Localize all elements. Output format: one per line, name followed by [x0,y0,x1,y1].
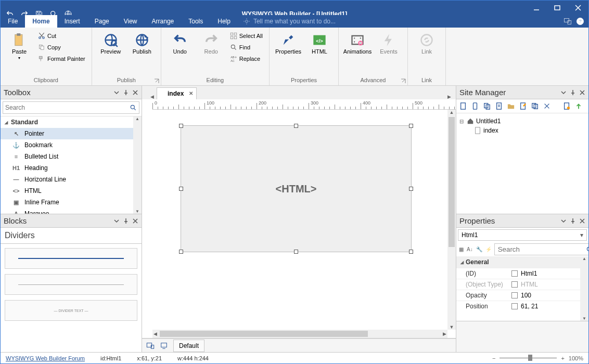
html-object[interactable]: <HTML> [181,125,412,252]
menu-tools[interactable]: Tools [181,15,210,28]
toolbox-item-heading[interactable]: H1Heading [1,162,142,174]
menu-help[interactable]: Help [210,15,238,28]
close-icon[interactable] [579,89,585,96]
tree-page-index[interactable]: index [474,126,585,135]
page-props-icon[interactable] [494,101,504,111]
prop-row-position[interactable]: Position61, 21 [456,301,588,311]
undo-button[interactable]: Undo [165,31,195,57]
maximize-button[interactable] [547,1,568,15]
props-events-icon[interactable]: ⚡ [485,244,492,255]
resize-handle-e[interactable] [409,187,413,191]
tab-prev-icon[interactable]: ◀ [148,94,156,99]
html-button[interactable]: </>HTML [305,31,334,57]
new-mobile-icon[interactable] [470,101,480,111]
events-button[interactable]: Events [374,31,403,57]
pin-icon[interactable] [123,89,129,96]
clone-page-icon[interactable] [482,101,492,111]
menu-view[interactable]: View [117,15,145,28]
new-page-icon[interactable] [458,101,468,111]
new-folder-icon[interactable] [506,101,516,111]
device-icon[interactable] [160,342,168,350]
dropdown-icon[interactable] [113,89,120,96]
toolbox-item-marquee[interactable]: AMarquee [1,208,142,214]
resize-handle-nw[interactable] [179,124,183,128]
publish-button[interactable]: Publish [127,31,157,57]
dropdown-icon[interactable] [560,89,567,96]
close-icon[interactable] [132,89,138,96]
menu-home[interactable]: Home [25,15,57,28]
toolbox-search-input[interactable] [5,104,130,111]
replace-button[interactable]: ABACReplace [228,54,265,64]
tab-close-icon[interactable]: ✕ [189,90,193,96]
prop-category-general[interactable]: General [456,256,588,268]
menu-page[interactable]: Page [87,15,117,28]
page-settings-icon[interactable] [562,101,571,111]
edit-page-icon[interactable] [518,101,528,111]
properties-button[interactable]: Properties [274,31,303,57]
resize-handle-se[interactable] [409,250,413,254]
toolbox-scrollbar[interactable]: ▲▼ [133,116,142,214]
zoom-slider[interactable] [500,357,557,359]
display-settings-icon[interactable] [564,17,572,25]
resize-handle-sw[interactable] [179,250,183,254]
divider-block-2[interactable] [5,274,137,295]
dropdown-icon[interactable] [113,218,120,224]
menu-insert[interactable]: Insert [57,15,87,28]
resize-handle-n[interactable] [294,124,298,128]
minimize-button[interactable] [526,1,547,15]
resize-handle-w[interactable] [179,187,183,191]
dropdown-icon[interactable] [560,218,567,224]
pin-icon[interactable] [570,89,576,96]
cut-button[interactable]: Cut [36,31,87,41]
pin-icon[interactable] [123,218,129,224]
properties-scrollbar[interactable]: ▲▼ [580,256,588,321]
toolbox-group-standard[interactable]: Standard [1,116,142,128]
help-icon[interactable]: ? [576,17,584,25]
copy-page-icon[interactable] [530,101,540,111]
props-tool-icon[interactable]: 🔧 [476,244,483,255]
pin-icon[interactable] [570,218,576,224]
tree-root[interactable]: ⊟Untitled1 [459,116,585,126]
properties-object-selector[interactable]: Html1 [458,229,587,241]
menu-arrange[interactable]: Arrange [145,15,182,28]
paste-button[interactable]: Paste▾ [5,31,34,62]
horizontal-scrollbar[interactable]: ◀▶ [152,330,447,338]
resize-handle-s[interactable] [294,250,298,254]
page-canvas[interactable]: <HTML> [152,110,447,330]
redo-button[interactable]: Redo [197,31,226,57]
tab-next-icon[interactable]: ▶ [445,94,453,99]
dialog-launcher-icon[interactable] [153,78,160,84]
properties-search-input[interactable] [498,245,586,253]
alphabetical-icon[interactable]: A↓ [466,244,473,255]
responsive-icon[interactable] [146,342,155,350]
close-icon[interactable] [132,218,138,224]
upload-icon[interactable] [574,101,583,111]
delete-page-icon[interactable] [542,101,552,111]
toolbox-item-bookmark[interactable]: ⚓Bookmark [1,139,142,151]
toolbox-item-bulleted-list[interactable]: ≡Bulleted List [1,151,142,162]
toolbox-item-inline-frame[interactable]: ▣Inline Frame [1,197,142,208]
toolbox-search[interactable] [3,101,139,114]
toolbox-item-horizontal-line[interactable]: —Horizontal Line [1,174,142,185]
menu-file[interactable]: File [1,15,25,28]
preview-button[interactable]: Preview [96,31,125,57]
categorized-icon[interactable]: ▦ [458,244,464,255]
divider-block-3[interactable]: — DIVIDER TEXT — [5,300,137,321]
prop-row-id[interactable]: (ID)Html1 [456,268,588,279]
zoom-out-icon[interactable]: − [492,355,495,361]
format-painter-button[interactable]: Format Painter [36,54,87,64]
link-button[interactable]: Link [412,31,441,57]
tab-index[interactable]: index✕ [157,87,197,99]
zoom-in-icon[interactable]: + [561,355,564,361]
resize-handle-ne[interactable] [409,124,413,128]
copy-button[interactable]: Copy [36,42,87,53]
breakpoint-default[interactable]: Default [173,340,204,352]
divider-block-1[interactable] [5,248,137,269]
close-icon[interactable] [579,218,585,224]
tell-me-search[interactable]: Tell me what you want to do... [243,15,336,28]
prop-row-opacity[interactable]: Opacity100 [456,290,588,301]
animations-button[interactable]: Animations [343,31,372,57]
close-button[interactable] [568,1,588,15]
toolbox-item-html[interactable]: <>HTML [1,185,142,197]
forum-link[interactable]: WYSIWYG Web Builder Forum [6,355,85,361]
